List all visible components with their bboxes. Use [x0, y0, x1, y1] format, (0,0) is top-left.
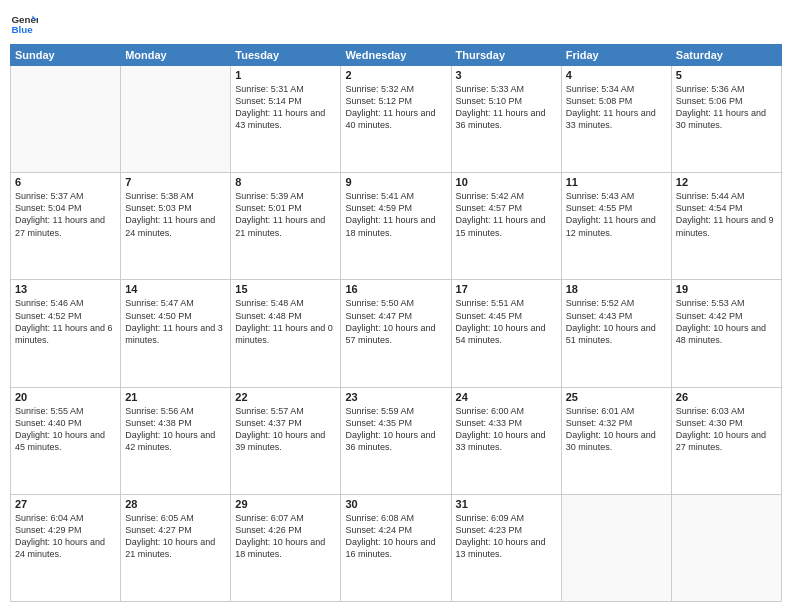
- day-info: Sunrise: 5:36 AMSunset: 5:06 PMDaylight:…: [676, 83, 777, 132]
- day-info: Sunrise: 5:37 AMSunset: 5:04 PMDaylight:…: [15, 190, 116, 239]
- weekday-tuesday: Tuesday: [231, 45, 341, 66]
- day-number: 27: [15, 498, 116, 510]
- day-info: Sunrise: 6:09 AMSunset: 4:23 PMDaylight:…: [456, 512, 557, 561]
- day-number: 20: [15, 391, 116, 403]
- day-number: 14: [125, 283, 226, 295]
- day-cell: [671, 494, 781, 601]
- weekday-header-row: SundayMondayTuesdayWednesdayThursdayFrid…: [11, 45, 782, 66]
- day-cell: 6Sunrise: 5:37 AMSunset: 5:04 PMDaylight…: [11, 173, 121, 280]
- weekday-saturday: Saturday: [671, 45, 781, 66]
- day-info: Sunrise: 5:38 AMSunset: 5:03 PMDaylight:…: [125, 190, 226, 239]
- day-cell: 17Sunrise: 5:51 AMSunset: 4:45 PMDayligh…: [451, 280, 561, 387]
- day-cell: [11, 66, 121, 173]
- day-cell: 8Sunrise: 5:39 AMSunset: 5:01 PMDaylight…: [231, 173, 341, 280]
- day-number: 22: [235, 391, 336, 403]
- day-info: Sunrise: 5:53 AMSunset: 4:42 PMDaylight:…: [676, 297, 777, 346]
- day-cell: [121, 66, 231, 173]
- calendar-table: SundayMondayTuesdayWednesdayThursdayFrid…: [10, 44, 782, 602]
- day-cell: 5Sunrise: 5:36 AMSunset: 5:06 PMDaylight…: [671, 66, 781, 173]
- day-cell: 21Sunrise: 5:56 AMSunset: 4:38 PMDayligh…: [121, 387, 231, 494]
- day-cell: 19Sunrise: 5:53 AMSunset: 4:42 PMDayligh…: [671, 280, 781, 387]
- day-info: Sunrise: 5:56 AMSunset: 4:38 PMDaylight:…: [125, 405, 226, 454]
- day-info: Sunrise: 5:51 AMSunset: 4:45 PMDaylight:…: [456, 297, 557, 346]
- week-row-5: 27Sunrise: 6:04 AMSunset: 4:29 PMDayligh…: [11, 494, 782, 601]
- day-cell: 16Sunrise: 5:50 AMSunset: 4:47 PMDayligh…: [341, 280, 451, 387]
- day-number: 19: [676, 283, 777, 295]
- svg-text:Blue: Blue: [11, 24, 33, 35]
- day-number: 5: [676, 69, 777, 81]
- day-info: Sunrise: 5:52 AMSunset: 4:43 PMDaylight:…: [566, 297, 667, 346]
- day-info: Sunrise: 6:04 AMSunset: 4:29 PMDaylight:…: [15, 512, 116, 561]
- day-cell: 27Sunrise: 6:04 AMSunset: 4:29 PMDayligh…: [11, 494, 121, 601]
- day-info: Sunrise: 5:59 AMSunset: 4:35 PMDaylight:…: [345, 405, 446, 454]
- day-number: 21: [125, 391, 226, 403]
- day-info: Sunrise: 5:57 AMSunset: 4:37 PMDaylight:…: [235, 405, 336, 454]
- day-number: 29: [235, 498, 336, 510]
- week-row-4: 20Sunrise: 5:55 AMSunset: 4:40 PMDayligh…: [11, 387, 782, 494]
- day-info: Sunrise: 5:42 AMSunset: 4:57 PMDaylight:…: [456, 190, 557, 239]
- day-cell: 22Sunrise: 5:57 AMSunset: 4:37 PMDayligh…: [231, 387, 341, 494]
- day-info: Sunrise: 5:44 AMSunset: 4:54 PMDaylight:…: [676, 190, 777, 239]
- day-info: Sunrise: 5:43 AMSunset: 4:55 PMDaylight:…: [566, 190, 667, 239]
- weekday-wednesday: Wednesday: [341, 45, 451, 66]
- day-info: Sunrise: 5:31 AMSunset: 5:14 PMDaylight:…: [235, 83, 336, 132]
- day-number: 24: [456, 391, 557, 403]
- day-cell: 23Sunrise: 5:59 AMSunset: 4:35 PMDayligh…: [341, 387, 451, 494]
- day-cell: 18Sunrise: 5:52 AMSunset: 4:43 PMDayligh…: [561, 280, 671, 387]
- day-cell: 9Sunrise: 5:41 AMSunset: 4:59 PMDaylight…: [341, 173, 451, 280]
- day-info: Sunrise: 5:47 AMSunset: 4:50 PMDaylight:…: [125, 297, 226, 346]
- day-info: Sunrise: 5:39 AMSunset: 5:01 PMDaylight:…: [235, 190, 336, 239]
- day-cell: 7Sunrise: 5:38 AMSunset: 5:03 PMDaylight…: [121, 173, 231, 280]
- day-info: Sunrise: 6:03 AMSunset: 4:30 PMDaylight:…: [676, 405, 777, 454]
- day-info: Sunrise: 5:41 AMSunset: 4:59 PMDaylight:…: [345, 190, 446, 239]
- day-info: Sunrise: 5:46 AMSunset: 4:52 PMDaylight:…: [15, 297, 116, 346]
- day-cell: 3Sunrise: 5:33 AMSunset: 5:10 PMDaylight…: [451, 66, 561, 173]
- day-cell: 2Sunrise: 5:32 AMSunset: 5:12 PMDaylight…: [341, 66, 451, 173]
- day-cell: 24Sunrise: 6:00 AMSunset: 4:33 PMDayligh…: [451, 387, 561, 494]
- day-cell: 30Sunrise: 6:08 AMSunset: 4:24 PMDayligh…: [341, 494, 451, 601]
- day-cell: 20Sunrise: 5:55 AMSunset: 4:40 PMDayligh…: [11, 387, 121, 494]
- week-row-3: 13Sunrise: 5:46 AMSunset: 4:52 PMDayligh…: [11, 280, 782, 387]
- day-number: 31: [456, 498, 557, 510]
- weekday-friday: Friday: [561, 45, 671, 66]
- day-info: Sunrise: 6:08 AMSunset: 4:24 PMDaylight:…: [345, 512, 446, 561]
- day-cell: 13Sunrise: 5:46 AMSunset: 4:52 PMDayligh…: [11, 280, 121, 387]
- day-cell: 25Sunrise: 6:01 AMSunset: 4:32 PMDayligh…: [561, 387, 671, 494]
- day-info: Sunrise: 6:05 AMSunset: 4:27 PMDaylight:…: [125, 512, 226, 561]
- day-info: Sunrise: 5:33 AMSunset: 5:10 PMDaylight:…: [456, 83, 557, 132]
- day-number: 13: [15, 283, 116, 295]
- day-cell: [561, 494, 671, 601]
- day-number: 26: [676, 391, 777, 403]
- header: General Blue: [10, 10, 782, 38]
- day-info: Sunrise: 5:48 AMSunset: 4:48 PMDaylight:…: [235, 297, 336, 346]
- day-cell: 11Sunrise: 5:43 AMSunset: 4:55 PMDayligh…: [561, 173, 671, 280]
- day-number: 12: [676, 176, 777, 188]
- day-number: 4: [566, 69, 667, 81]
- logo-icon: General Blue: [10, 10, 38, 38]
- day-cell: 15Sunrise: 5:48 AMSunset: 4:48 PMDayligh…: [231, 280, 341, 387]
- day-number: 9: [345, 176, 446, 188]
- weekday-sunday: Sunday: [11, 45, 121, 66]
- day-number: 17: [456, 283, 557, 295]
- day-cell: 10Sunrise: 5:42 AMSunset: 4:57 PMDayligh…: [451, 173, 561, 280]
- day-cell: 26Sunrise: 6:03 AMSunset: 4:30 PMDayligh…: [671, 387, 781, 494]
- day-info: Sunrise: 5:50 AMSunset: 4:47 PMDaylight:…: [345, 297, 446, 346]
- week-row-1: 1Sunrise: 5:31 AMSunset: 5:14 PMDaylight…: [11, 66, 782, 173]
- day-number: 2: [345, 69, 446, 81]
- day-cell: 31Sunrise: 6:09 AMSunset: 4:23 PMDayligh…: [451, 494, 561, 601]
- day-info: Sunrise: 6:07 AMSunset: 4:26 PMDaylight:…: [235, 512, 336, 561]
- day-number: 10: [456, 176, 557, 188]
- weekday-monday: Monday: [121, 45, 231, 66]
- day-cell: 12Sunrise: 5:44 AMSunset: 4:54 PMDayligh…: [671, 173, 781, 280]
- day-cell: 4Sunrise: 5:34 AMSunset: 5:08 PMDaylight…: [561, 66, 671, 173]
- day-info: Sunrise: 6:00 AMSunset: 4:33 PMDaylight:…: [456, 405, 557, 454]
- day-info: Sunrise: 5:55 AMSunset: 4:40 PMDaylight:…: [15, 405, 116, 454]
- day-cell: 28Sunrise: 6:05 AMSunset: 4:27 PMDayligh…: [121, 494, 231, 601]
- day-number: 23: [345, 391, 446, 403]
- day-number: 18: [566, 283, 667, 295]
- day-info: Sunrise: 5:32 AMSunset: 5:12 PMDaylight:…: [345, 83, 446, 132]
- calendar-body: 1Sunrise: 5:31 AMSunset: 5:14 PMDaylight…: [11, 66, 782, 602]
- weekday-thursday: Thursday: [451, 45, 561, 66]
- day-number: 7: [125, 176, 226, 188]
- day-number: 25: [566, 391, 667, 403]
